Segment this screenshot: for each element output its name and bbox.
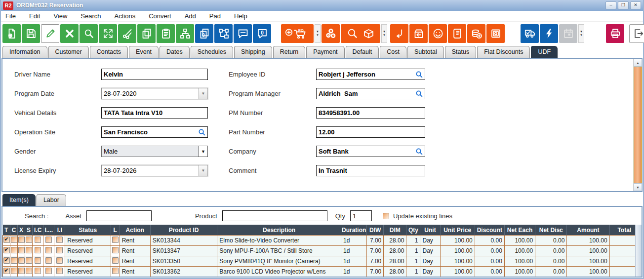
- cell-diw[interactable]: 7.00: [367, 236, 384, 246]
- cell-checkbox[interactable]: [10, 236, 18, 246]
- copy-zero-button[interactable]: 0: [195, 24, 213, 43]
- delete-button[interactable]: [60, 24, 79, 43]
- services-button[interactable]: [322, 24, 340, 43]
- cell-discount[interactable]: 0.00: [475, 267, 504, 277]
- tab-udf[interactable]: UDF: [531, 46, 558, 58]
- cell-duration[interactable]: 1d: [341, 246, 367, 256]
- column-header-qty[interactable]: Qty: [406, 225, 420, 236]
- cell-qty[interactable]: 1: [406, 267, 420, 277]
- search-field-icon[interactable]: [415, 71, 423, 80]
- cell-amount[interactable]: 100.00: [567, 236, 609, 246]
- line-flag-checkbox[interactable]: [56, 247, 63, 253]
- table-row[interactable]: ReservedRentSK013344Elmo Slide-to-Video …: [3, 236, 640, 246]
- vault-button[interactable]: [486, 24, 505, 43]
- receipt-button[interactable]: [448, 24, 466, 43]
- menu-actions[interactable]: Actions: [115, 12, 136, 20]
- close-button[interactable]: ✕: [630, 1, 641, 9]
- cell-checkbox[interactable]: [54, 267, 65, 277]
- cell-description[interactable]: Sony PVM8041Q 8" Monitor (Camera): [217, 256, 341, 267]
- new-document-button[interactable]: [2, 24, 21, 43]
- column-header-s[interactable]: S: [25, 225, 33, 236]
- column-header-i[interactable]: I....: [43, 225, 54, 236]
- cell-action[interactable]: Rent: [120, 256, 150, 267]
- cell-action[interactable]: Rent: [120, 246, 150, 256]
- program-manager-field[interactable]: Aldrich Sam: [316, 88, 425, 99]
- cell-action[interactable]: Rent: [120, 236, 150, 246]
- column-header-product-id[interactable]: Product ID: [150, 225, 217, 236]
- cell-amount[interactable]: 100.00: [567, 267, 609, 277]
- cell-dim[interactable]: 28.00: [384, 236, 406, 246]
- exit-button[interactable]: [629, 24, 644, 43]
- column-header-discount[interactable]: Discount: [475, 225, 504, 236]
- column-header-i-c[interactable]: I.C: [33, 225, 43, 236]
- column-header-l[interactable]: L: [111, 225, 120, 236]
- menu-view[interactable]: View: [53, 12, 67, 20]
- column-header-unit[interactable]: Unit: [420, 225, 440, 236]
- line-flag-checkbox[interactable]: [26, 268, 32, 274]
- cell-checkbox[interactable]: [43, 267, 54, 277]
- quick-action-button[interactable]: [540, 24, 558, 43]
- scroll-up-icon[interactable]: ▲: [634, 59, 642, 67]
- cell-description[interactable]: Sony MPU-F-100A TBC / Still Store: [217, 246, 341, 256]
- return-arrow-button[interactable]: [390, 24, 408, 43]
- date-dropdown-icon[interactable]: ▼: [199, 165, 208, 176]
- cell-checkbox[interactable]: [10, 256, 18, 267]
- form-scrollbar-thumb[interactable]: [634, 67, 642, 183]
- line-flag-checkbox[interactable]: [11, 237, 17, 243]
- cell-diw[interactable]: 7.00: [367, 267, 384, 277]
- line-flag-checkbox[interactable]: [35, 247, 41, 253]
- add-charge-button[interactable]: [467, 24, 485, 43]
- line-flag-checkbox[interactable]: [11, 257, 17, 264]
- cell-net_disc[interactable]: 0.00: [535, 246, 567, 256]
- cell-checkbox[interactable]: [54, 256, 65, 267]
- tab-flat-discounts[interactable]: Flat Discounts: [477, 46, 530, 58]
- cell-dim[interactable]: 28.00: [384, 267, 406, 277]
- column-header-action[interactable]: Action: [120, 225, 150, 236]
- column-header-t[interactable]: T: [3, 225, 10, 236]
- column-header-net-disc[interactable]: Net Disc: [535, 225, 567, 236]
- table-row[interactable]: ReservedRentSK013350Sony PVM8041Q 8" Mon…: [3, 256, 640, 267]
- cell-duration[interactable]: 1d: [341, 267, 367, 277]
- asset-input[interactable]: [86, 210, 152, 221]
- table-row[interactable]: ReservedRentSK013362Barco 9100 LCD Video…: [3, 267, 640, 277]
- product-input[interactable]: [222, 210, 327, 221]
- cell-checkbox[interactable]: [3, 256, 10, 267]
- line-flag-checkbox[interactable]: [56, 257, 63, 264]
- table-row[interactable]: ReservedRentSK013347Sony MPU-F-100A TBC …: [3, 246, 640, 256]
- line-flag-checkbox[interactable]: [45, 257, 52, 264]
- cell-checkbox[interactable]: [3, 267, 10, 277]
- cell-unit[interactable]: Day: [420, 246, 440, 256]
- column-header-dim[interactable]: DIM: [384, 225, 406, 236]
- cell-checkbox[interactable]: [33, 246, 43, 256]
- cell-description[interactable]: Barco 9100 LCD Video Projector w/Lens: [217, 267, 341, 277]
- cell-discount[interactable]: 0.00: [475, 236, 504, 246]
- line-flag-checkbox[interactable]: [35, 268, 41, 274]
- cell-checkbox[interactable]: [18, 267, 25, 277]
- note-button[interactable]: [234, 24, 252, 43]
- column-header-duration[interactable]: Duration: [341, 225, 367, 236]
- cell-discount[interactable]: 0.00: [475, 256, 504, 267]
- cell-checkbox[interactable]: [10, 267, 18, 277]
- cell-checkbox[interactable]: [33, 267, 43, 277]
- cell-qty[interactable]: 1: [406, 246, 420, 256]
- cell-amount[interactable]: 100.00: [567, 256, 609, 267]
- items-tab-item-s[interactable]: Item(s): [2, 194, 36, 206]
- comment-zero-button[interactable]: 0: [253, 24, 271, 43]
- calendar-dropdown[interactable]: ▼▼: [578, 24, 584, 43]
- expand-button[interactable]: [99, 24, 117, 43]
- cell-product_id[interactable]: SK013344: [150, 236, 217, 246]
- minimize-button[interactable]: –: [605, 1, 616, 9]
- line-flag-checkbox[interactable]: [112, 257, 119, 264]
- tab-customer[interactable]: Customer: [48, 46, 89, 58]
- search-product-dropdown[interactable]: ▼▼: [381, 24, 387, 43]
- cell-checkbox[interactable]: [18, 246, 25, 256]
- cell-dim[interactable]: 28.00: [384, 246, 406, 256]
- line-flag-checkbox[interactable]: [35, 257, 41, 264]
- line-flag-checkbox[interactable]: [18, 268, 25, 274]
- cell-unit[interactable]: Day: [420, 236, 440, 246]
- save-button[interactable]: [22, 24, 40, 43]
- tab-shipping[interactable]: Shipping: [234, 46, 272, 58]
- cell-checkbox[interactable]: [43, 246, 54, 256]
- cell-checkbox[interactable]: [18, 236, 25, 246]
- program-date-field[interactable]: 28-07-2020▼: [101, 88, 208, 99]
